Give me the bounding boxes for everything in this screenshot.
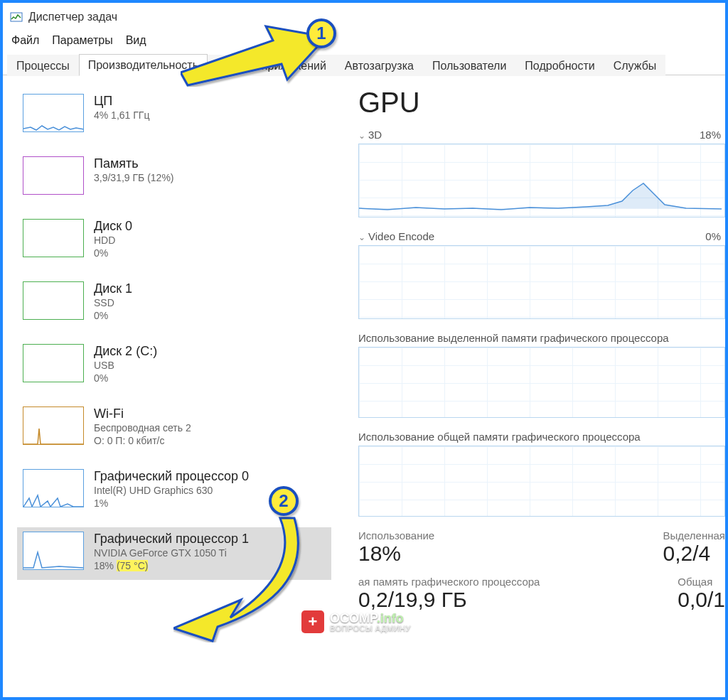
stat-dedicated-value: 0,2/4 bbox=[663, 542, 725, 566]
chart-dedicated-mem[interactable] bbox=[358, 347, 725, 418]
stat-usage-label: Использование bbox=[358, 529, 434, 542]
chart-3d-label[interactable]: ⌄3D bbox=[358, 129, 382, 141]
watermark-tagline: ВОПРОСЫ АДМИНУ bbox=[330, 625, 411, 632]
sidebar-item-disk1[interactable]: Диск 1 SSD 0% bbox=[17, 277, 331, 330]
wifi-label: Wi-Fi bbox=[94, 406, 191, 421]
disk1-thumb bbox=[23, 281, 84, 320]
sidebar-item-disk0[interactable]: Диск 0 HDD 0% bbox=[17, 215, 331, 267]
chart-video-encode-percent: 0% bbox=[705, 230, 721, 242]
disk0-thumb bbox=[23, 219, 84, 257]
chart-video-encode-label[interactable]: ⌄Video Encode bbox=[358, 230, 434, 242]
watermark-brand: OCOMP.info bbox=[330, 612, 411, 625]
stat-usage-value: 18% bbox=[358, 542, 434, 566]
callout-2: 2 bbox=[173, 486, 316, 642]
disk1-label: Диск 1 bbox=[94, 281, 132, 296]
disk0-usage: 0% bbox=[94, 247, 132, 259]
chart-shared-mem[interactable] bbox=[358, 446, 725, 517]
menu-view[interactable]: Вид bbox=[126, 34, 146, 47]
disk2-thumb bbox=[23, 344, 84, 382]
callout-2-marker: 2 bbox=[269, 486, 299, 516]
memory-label: Память bbox=[94, 156, 174, 171]
disk0-type: HDD bbox=[94, 234, 132, 247]
menubar: Файл Параметры Вид bbox=[3, 31, 725, 51]
content-area: ЦП 4% 1,61 ГГц Память 3,9/31,9 ГБ (12%) … bbox=[3, 75, 725, 694]
wifi-thumb bbox=[23, 406, 84, 445]
stats-row-2: ая память графического процессора 0,2/19… bbox=[358, 576, 725, 612]
task-manager-window: Диспетчер задач Файл Параметры Вид Проце… bbox=[0, 0, 728, 700]
stats-row-1: Использование 18% Выделенная 0,2/4 bbox=[358, 529, 725, 566]
cpu-label: ЦП bbox=[94, 94, 149, 109]
stat-total-value: 0,0/1 bbox=[678, 588, 725, 612]
disk2-usage: 0% bbox=[94, 372, 157, 384]
titlebar: Диспетчер задач bbox=[3, 3, 725, 31]
chevron-down-icon: ⌄ bbox=[358, 232, 365, 242]
stat-shared-label: ая память графического процессора bbox=[358, 576, 540, 588]
tab-processes[interactable]: Процессы bbox=[7, 55, 79, 76]
tab-startup[interactable]: Автозагрузка bbox=[336, 55, 423, 76]
sidebar-item-wifi[interactable]: Wi-Fi Беспроводная сеть 2 О: 0 П: 0 кбит… bbox=[17, 402, 331, 455]
cpu-thumb bbox=[23, 94, 84, 132]
memory-thumb bbox=[23, 156, 84, 195]
sidebar-item-disk2[interactable]: Диск 2 (C:) USB 0% bbox=[17, 340, 331, 392]
wifi-rate: О: 0 П: 0 кбит/с bbox=[94, 434, 191, 447]
tab-services[interactable]: Службы bbox=[604, 55, 666, 76]
disk1-usage: 0% bbox=[94, 309, 132, 322]
gpu0-thumb bbox=[23, 469, 84, 507]
tab-users[interactable]: Пользователи bbox=[423, 55, 515, 76]
task-manager-icon bbox=[10, 11, 23, 23]
tabbar: Процессы Производительность Журнал прило… bbox=[3, 51, 725, 75]
chart-shared-mem-block: Использование общей памяти графического … bbox=[358, 431, 725, 517]
wifi-net: Беспроводная сеть 2 bbox=[94, 421, 191, 434]
disk1-type: SSD bbox=[94, 296, 132, 309]
window-title: Диспетчер задач bbox=[28, 11, 117, 23]
svg-marker-1 bbox=[181, 26, 326, 85]
sidebar-item-memory[interactable]: Память 3,9/31,9 ГБ (12%) bbox=[17, 152, 331, 205]
tab-details[interactable]: Подробности bbox=[515, 55, 604, 76]
watermark: + OCOMP.info ВОПРОСЫ АДМИНУ bbox=[301, 610, 411, 633]
disk2-type: USB bbox=[94, 359, 157, 372]
chart-dedicated-mem-label: Использование выделенной памяти графичес… bbox=[358, 332, 725, 344]
memory-usage: 3,9/31,9 ГБ (12%) bbox=[94, 171, 174, 184]
gpu1-usage-pct: 18% bbox=[94, 560, 117, 571]
plus-icon: + bbox=[301, 610, 324, 633]
stat-shared-value: 0,2/19,9 ГБ bbox=[358, 588, 540, 612]
disk0-label: Диск 0 bbox=[94, 219, 132, 234]
cpu-usage: 4% 1,61 ГГц bbox=[94, 109, 149, 122]
chart-3d[interactable] bbox=[358, 144, 725, 217]
chart-3d-percent: 18% bbox=[700, 129, 721, 141]
performance-main: GPU ⌄3D 18% ⌄Video Encode 0% bbox=[337, 75, 725, 694]
menu-options[interactable]: Параметры bbox=[52, 34, 112, 47]
gpu1-thumb bbox=[23, 532, 84, 570]
chart-video-encode[interactable] bbox=[358, 245, 725, 319]
menu-file[interactable]: Файл bbox=[11, 34, 39, 47]
gpu1-temp: (75 °C) bbox=[117, 560, 149, 571]
stat-total-label: Общая bbox=[678, 576, 725, 588]
disk2-label: Диск 2 (C:) bbox=[94, 344, 157, 359]
main-title: GPU bbox=[358, 87, 725, 119]
gpu0-label: Графический процессор 0 bbox=[94, 469, 249, 484]
chevron-down-icon: ⌄ bbox=[358, 131, 365, 141]
chart-3d-block: ⌄3D 18% bbox=[358, 129, 725, 217]
chart-dedicated-mem-block: Использование выделенной памяти графичес… bbox=[358, 332, 725, 418]
chart-shared-mem-label: Использование общей памяти графического … bbox=[358, 431, 725, 443]
callout-1: 1 bbox=[181, 16, 337, 87]
sidebar-item-cpu[interactable]: ЦП 4% 1,61 ГГц bbox=[17, 90, 331, 142]
stat-dedicated-label: Выделенная bbox=[663, 529, 725, 542]
callout-1-marker: 1 bbox=[306, 18, 336, 48]
chart-video-encode-block: ⌄Video Encode 0% bbox=[358, 230, 725, 319]
